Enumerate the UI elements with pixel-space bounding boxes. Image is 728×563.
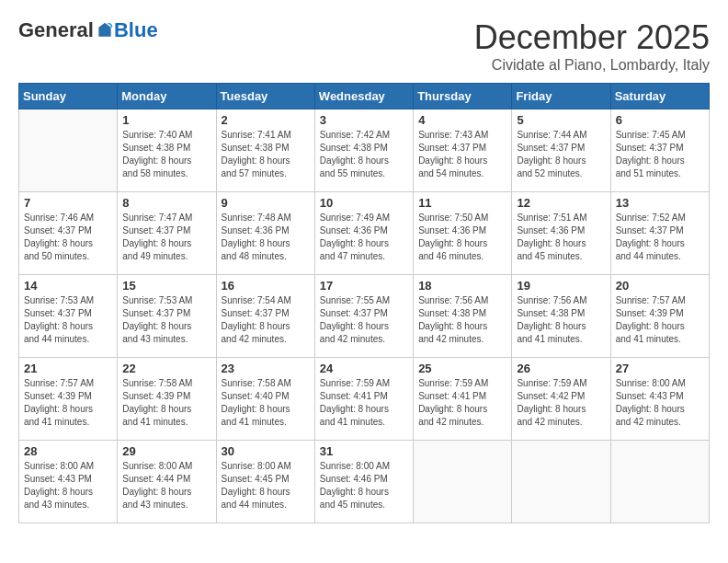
calendar-cell: 1Sunrise: 7:40 AM Sunset: 4:38 PM Daylig…: [118, 109, 216, 192]
day-number: 16: [222, 279, 310, 293]
day-info: Sunrise: 7:51 AM Sunset: 4:36 PM Dayligh…: [517, 212, 605, 263]
day-number: 14: [24, 279, 112, 293]
day-info: Sunrise: 7:59 AM Sunset: 4:41 PM Dayligh…: [320, 377, 408, 429]
logo-general-text: General: [18, 18, 94, 42]
calendar-cell: 30Sunrise: 8:00 AM Sunset: 4:45 PM Dayli…: [216, 441, 314, 523]
day-number: 30: [222, 444, 310, 458]
calendar-header-saturday: Saturday: [610, 84, 709, 109]
day-number: 1: [122, 113, 210, 127]
calendar-header-thursday: Thursday: [414, 84, 512, 109]
day-number: 31: [320, 444, 408, 458]
calendar-week-row: 21Sunrise: 7:57 AM Sunset: 4:39 PM Dayli…: [19, 358, 710, 441]
day-info: Sunrise: 7:46 AM Sunset: 4:37 PM Dayligh…: [24, 212, 112, 263]
page-header: General Blue December 2025 Cividate al P…: [18, 18, 710, 74]
day-number: 5: [517, 113, 605, 127]
calendar-cell: 16Sunrise: 7:54 AM Sunset: 4:37 PM Dayli…: [216, 275, 314, 358]
calendar-cell: 19Sunrise: 7:56 AM Sunset: 4:38 PM Dayli…: [512, 275, 610, 358]
day-info: Sunrise: 7:53 AM Sunset: 4:37 PM Dayligh…: [122, 294, 210, 346]
calendar-cell: 29Sunrise: 8:00 AM Sunset: 4:44 PM Dayli…: [118, 441, 216, 523]
day-info: Sunrise: 7:40 AM Sunset: 4:38 PM Dayligh…: [122, 129, 210, 180]
day-info: Sunrise: 8:00 AM Sunset: 4:45 PM Dayligh…: [222, 460, 310, 511]
calendar-cell: 23Sunrise: 7:58 AM Sunset: 4:40 PM Dayli…: [216, 358, 314, 441]
calendar-cell: 24Sunrise: 7:59 AM Sunset: 4:41 PM Dayli…: [314, 358, 413, 441]
day-number: 22: [122, 362, 210, 375]
calendar-header-sunday: Sunday: [19, 84, 118, 109]
calendar-cell: 20Sunrise: 7:57 AM Sunset: 4:39 PM Dayli…: [610, 275, 709, 358]
day-number: 26: [517, 362, 605, 375]
calendar-week-row: 1Sunrise: 7:40 AM Sunset: 4:38 PM Daylig…: [19, 109, 710, 192]
calendar-cell: 6Sunrise: 7:45 AM Sunset: 4:37 PM Daylig…: [610, 109, 709, 192]
day-number: 18: [418, 279, 506, 293]
day-info: Sunrise: 7:47 AM Sunset: 4:37 PM Dayligh…: [122, 212, 210, 263]
logo-icon: [96, 21, 114, 40]
day-info: Sunrise: 7:56 AM Sunset: 4:38 PM Dayligh…: [418, 294, 506, 346]
day-info: Sunrise: 7:55 AM Sunset: 4:37 PM Dayligh…: [320, 294, 408, 346]
calendar-cell: 31Sunrise: 8:00 AM Sunset: 4:46 PM Dayli…: [314, 441, 413, 523]
calendar-cell: 4Sunrise: 7:43 AM Sunset: 4:37 PM Daylig…: [414, 109, 512, 192]
calendar-cell: 2Sunrise: 7:41 AM Sunset: 4:38 PM Daylig…: [216, 109, 314, 192]
day-number: 19: [517, 279, 605, 293]
calendar-cell: 28Sunrise: 8:00 AM Sunset: 4:43 PM Dayli…: [19, 441, 118, 523]
calendar-cell: [414, 441, 512, 523]
day-number: 10: [320, 196, 408, 210]
day-number: 23: [222, 362, 310, 375]
day-number: 28: [24, 444, 112, 458]
calendar-cell: 3Sunrise: 7:42 AM Sunset: 4:38 PM Daylig…: [314, 109, 413, 192]
calendar-cell: 7Sunrise: 7:46 AM Sunset: 4:37 PM Daylig…: [19, 192, 118, 275]
day-info: Sunrise: 7:57 AM Sunset: 4:39 PM Dayligh…: [616, 294, 704, 346]
day-info: Sunrise: 8:00 AM Sunset: 4:46 PM Dayligh…: [320, 460, 408, 511]
title-section: December 2025 Cividate al Piano, Lombard…: [474, 18, 710, 74]
day-info: Sunrise: 7:59 AM Sunset: 4:41 PM Dayligh…: [418, 377, 506, 429]
day-number: 20: [616, 279, 704, 293]
calendar-header-tuesday: Tuesday: [216, 84, 314, 109]
day-info: Sunrise: 8:00 AM Sunset: 4:44 PM Dayligh…: [122, 460, 210, 511]
day-info: Sunrise: 7:59 AM Sunset: 4:42 PM Dayligh…: [517, 377, 605, 429]
day-number: 2: [222, 113, 310, 127]
calendar-cell: 25Sunrise: 7:59 AM Sunset: 4:41 PM Dayli…: [414, 358, 512, 441]
day-info: Sunrise: 7:50 AM Sunset: 4:36 PM Dayligh…: [418, 212, 506, 263]
calendar-cell: 17Sunrise: 7:55 AM Sunset: 4:37 PM Dayli…: [314, 275, 413, 358]
day-info: Sunrise: 8:00 AM Sunset: 4:43 PM Dayligh…: [616, 377, 704, 429]
day-info: Sunrise: 7:44 AM Sunset: 4:37 PM Dayligh…: [517, 129, 605, 180]
day-info: Sunrise: 7:43 AM Sunset: 4:37 PM Dayligh…: [418, 129, 506, 180]
calendar-header-friday: Friday: [512, 84, 610, 109]
day-number: 17: [320, 279, 408, 293]
day-number: 13: [616, 196, 704, 210]
day-number: 29: [122, 444, 210, 458]
day-info: Sunrise: 7:48 AM Sunset: 4:36 PM Dayligh…: [222, 212, 310, 263]
calendar-week-row: 28Sunrise: 8:00 AM Sunset: 4:43 PM Dayli…: [19, 441, 710, 523]
calendar-week-row: 7Sunrise: 7:46 AM Sunset: 4:37 PM Daylig…: [19, 192, 710, 275]
calendar-week-row: 14Sunrise: 7:53 AM Sunset: 4:37 PM Dayli…: [19, 275, 710, 358]
day-info: Sunrise: 7:42 AM Sunset: 4:38 PM Dayligh…: [320, 129, 408, 180]
location: Cividate al Piano, Lombardy, Italy: [474, 57, 710, 74]
day-number: 24: [320, 362, 408, 375]
calendar-cell: 21Sunrise: 7:57 AM Sunset: 4:39 PM Dayli…: [19, 358, 118, 441]
calendar-cell: 18Sunrise: 7:56 AM Sunset: 4:38 PM Dayli…: [414, 275, 512, 358]
day-info: Sunrise: 7:56 AM Sunset: 4:38 PM Dayligh…: [517, 294, 605, 346]
day-number: 4: [418, 113, 506, 127]
calendar-cell: [610, 441, 709, 523]
calendar-cell: 12Sunrise: 7:51 AM Sunset: 4:36 PM Dayli…: [512, 192, 610, 275]
calendar-cell: 13Sunrise: 7:52 AM Sunset: 4:37 PM Dayli…: [610, 192, 709, 275]
calendar-cell: 11Sunrise: 7:50 AM Sunset: 4:36 PM Dayli…: [414, 192, 512, 275]
day-number: 9: [222, 196, 310, 210]
calendar-cell: 27Sunrise: 8:00 AM Sunset: 4:43 PM Dayli…: [610, 358, 709, 441]
calendar-table: SundayMondayTuesdayWednesdayThursdayFrid…: [18, 83, 710, 523]
day-number: 11: [418, 196, 506, 210]
month-title: December 2025: [474, 18, 710, 57]
calendar-cell: [19, 109, 118, 192]
day-number: 7: [24, 196, 112, 210]
day-number: 12: [517, 196, 605, 210]
day-info: Sunrise: 8:00 AM Sunset: 4:43 PM Dayligh…: [24, 460, 112, 511]
calendar-cell: 5Sunrise: 7:44 AM Sunset: 4:37 PM Daylig…: [512, 109, 610, 192]
day-info: Sunrise: 7:52 AM Sunset: 4:37 PM Dayligh…: [616, 212, 704, 263]
calendar-header-wednesday: Wednesday: [314, 84, 413, 109]
calendar-cell: 10Sunrise: 7:49 AM Sunset: 4:36 PM Dayli…: [314, 192, 413, 275]
day-info: Sunrise: 7:57 AM Sunset: 4:39 PM Dayligh…: [24, 377, 112, 429]
day-number: 27: [616, 362, 704, 375]
day-number: 3: [320, 113, 408, 127]
calendar-cell: 14Sunrise: 7:53 AM Sunset: 4:37 PM Dayli…: [19, 275, 118, 358]
calendar-cell: [512, 441, 610, 523]
day-info: Sunrise: 7:54 AM Sunset: 4:37 PM Dayligh…: [222, 294, 310, 346]
calendar-header-monday: Monday: [118, 84, 216, 109]
